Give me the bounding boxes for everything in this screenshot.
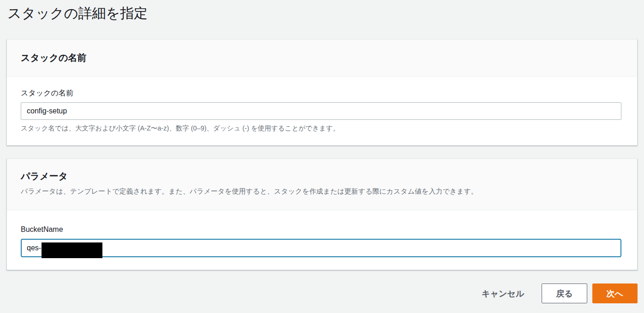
cancel-button[interactable]: キャンセル: [477, 284, 529, 303]
stack-name-input[interactable]: [21, 102, 621, 120]
back-button[interactable]: 戻る: [542, 283, 587, 303]
redaction-box: [42, 242, 102, 258]
stack-name-field-label: スタックの名前: [21, 89, 623, 98]
stack-name-section-title: スタックの名前: [21, 52, 623, 64]
wizard-footer: キャンセル 戻る 次へ: [6, 283, 638, 303]
stack-name-card: スタックの名前 スタックの名前 スタック名では、大文字および小文字 (A-Z〜a…: [6, 39, 638, 146]
stack-name-card-header: スタックの名前: [7, 40, 637, 77]
parameters-section-title: パラメータ: [21, 170, 623, 182]
stack-name-hint: スタック名では、大文字および小文字 (A-Z〜a-z)、数字 (0–9)、ダッシ…: [21, 124, 623, 133]
specify-stack-details-page: スタックの詳細を指定 スタックの名前 スタックの名前 スタック名では、大文字およ…: [0, 0, 644, 313]
parameters-card-header: パラメータ パラメータは、テンプレートで定義されます。また、パラメータを使用する…: [7, 159, 637, 210]
parameters-card: パラメータ パラメータは、テンプレートで定義されます。また、パラメータを使用する…: [6, 159, 638, 270]
bucketname-input-value: qes-: [27, 244, 41, 252]
next-button[interactable]: 次へ: [592, 283, 638, 303]
bucketname-input[interactable]: qes-: [21, 239, 621, 257]
stack-name-card-body: スタックの名前 スタック名では、大文字および小文字 (A-Z〜a-z)、数字 (…: [7, 77, 637, 145]
parameters-section-description: パラメータは、テンプレートで定義されます。また、パラメータを使用すると、スタック…: [21, 187, 623, 196]
bucketname-field-label: BucketName: [21, 225, 623, 234]
page-title: スタックの詳細を指定: [6, 0, 638, 22]
parameters-card-body: BucketName qes-: [7, 210, 637, 270]
